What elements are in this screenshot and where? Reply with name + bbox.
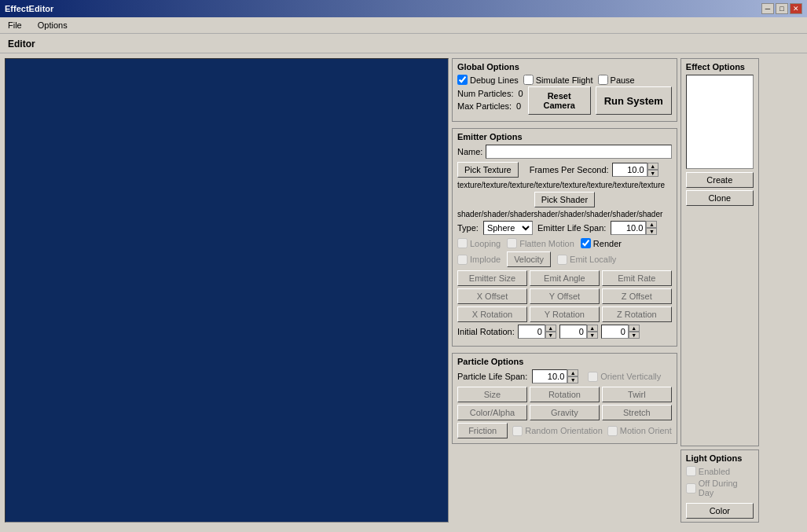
type-select[interactable]: Sphere Box Cylinder Point [483,221,533,235]
fps-up-button[interactable]: ▲ [647,163,658,170]
x-rotation-button[interactable]: X Rotation [457,306,527,322]
init-rot-2-down[interactable]: ▼ [587,332,598,339]
init-rot-3-input[interactable] [601,325,629,339]
emitter-btn-grid-2: X Offset Y Offset Z Offset [457,288,672,304]
menu-options[interactable]: Options [33,19,72,31]
minimize-button[interactable]: ─ [761,3,774,14]
emitter-life-span-down[interactable]: ▼ [646,228,657,235]
simulate-flight-label[interactable]: Simulate Flight [523,75,593,85]
window-title: EffectEditor [5,4,53,13]
particle-life-span-up[interactable]: ▲ [567,369,578,376]
random-orientation-label[interactable]: Random Orientation [512,426,602,436]
init-rot-2-up[interactable]: ▲ [587,325,598,332]
num-particles-label: Num Particles: [457,89,514,98]
effect-options-title: Effect Options [686,62,754,72]
init-rot-2-input[interactable] [559,325,587,339]
emitter-btn-grid-1: Emitter Size Emit Angle Emit Rate [457,270,672,286]
fps-input[interactable] [612,163,647,177]
z-rotation-button[interactable]: Z Rotation [602,306,672,322]
stretch-button[interactable]: Stretch [602,405,672,420]
gravity-button[interactable]: Gravity [530,405,600,420]
pick-texture-button[interactable]: Pick Texture [457,162,519,178]
debug-lines-label[interactable]: Debug Lines [457,75,519,85]
twirl-button[interactable]: Twirl [602,387,672,402]
init-rot-3-up[interactable]: ▲ [629,325,640,332]
debug-lines-checkbox[interactable] [457,75,468,85]
particle-life-span-input[interactable] [532,369,567,383]
z-offset-button[interactable]: Z Offset [602,288,672,304]
velocity-button[interactable]: Velocity [507,251,551,267]
motion-orient-checkbox[interactable] [607,426,618,436]
emit-locally-checkbox[interactable] [557,255,567,265]
particle-life-span-label: Particle Life Span: [457,372,527,381]
emitter-life-span-up[interactable]: ▲ [646,221,657,228]
emitter-life-span-label: Emitter Life Span: [537,223,606,233]
effect-list[interactable] [686,75,754,169]
particle-life-span-spinbox: ▲ ▼ [532,369,578,383]
emit-locally-label[interactable]: Emit Locally [557,255,616,265]
emitter-life-span-spinbox: ▲ ▼ [611,221,657,235]
emit-angle-button[interactable]: Emit Angle [530,270,600,286]
color-button[interactable]: Color [686,503,754,519]
off-during-day-checkbox[interactable] [686,483,696,493]
x-offset-button[interactable]: X Offset [457,288,527,304]
y-rotation-button[interactable]: Y Rotation [530,306,600,322]
friction-button[interactable]: Friction [457,423,508,438]
clone-button[interactable]: Clone [686,190,754,206]
particles-info-row: Num Particles: 0 Max Particles: 0 Reset … [457,86,672,115]
menu-file[interactable]: File [3,19,27,31]
max-particles-value: 0 [516,101,521,111]
run-system-button[interactable]: Run System [596,86,672,115]
render-checkbox[interactable] [581,238,591,248]
particle-life-span-buttons: ▲ ▼ [567,369,578,383]
simulate-flight-checkbox[interactable] [523,75,534,85]
motion-orient-label[interactable]: Motion Orient [607,426,672,436]
init-rot-1-down[interactable]: ▼ [545,332,556,339]
off-during-day-label[interactable]: Off During Day [686,479,754,497]
full-right: Global Options Debug Lines Simulate Flig… [452,58,759,523]
max-particles-label: Max Particles: [457,101,512,111]
editor-header: Editor [0,34,807,53]
particle-life-span-down[interactable]: ▼ [567,376,578,383]
pause-checkbox[interactable] [598,75,608,85]
name-label: Name: [457,147,482,156]
emitter-options-title: Emitter Options [457,132,672,141]
fps-row: Pick Texture Frames Per Second: ▲ ▼ [457,162,672,178]
emitter-size-button[interactable]: Emitter Size [457,270,527,286]
maximize-button[interactable]: □ [776,3,788,14]
render-label[interactable]: Render [581,238,622,248]
implode-label[interactable]: Implode [457,255,501,265]
emitter-life-span-input[interactable] [611,221,646,235]
flatten-motion-checkbox[interactable] [507,238,517,248]
init-rot-3-down[interactable]: ▼ [629,332,640,339]
global-options-section: Global Options Debug Lines Simulate Flig… [452,58,677,122]
particle-lifespan-row: Particle Life Span: ▲ ▼ Orient Verticall… [457,369,672,383]
reset-camera-button[interactable]: Reset Camera [528,86,591,115]
enabled-checkbox[interactable] [686,466,696,476]
create-button[interactable]: Create [686,172,754,188]
init-rot-1-input[interactable] [518,325,545,339]
looping-checkbox[interactable] [457,238,468,248]
random-orientation-checkbox[interactable] [512,426,523,436]
emitter-life-span-spinbox-buttons: ▲ ▼ [646,221,657,235]
rotation-button[interactable]: Rotation [530,387,600,402]
name-input[interactable] [486,145,671,159]
pick-shader-button[interactable]: Pick Shader [534,192,595,207]
particle-btn-grid-1: Size Rotation Twirl [457,387,672,402]
fps-down-button[interactable]: ▼ [647,170,658,177]
enabled-label[interactable]: Enabled [686,466,754,476]
emit-rate-button[interactable]: Emit Rate [602,270,672,286]
particle-btn-grid-2: Color/Alpha Gravity Stretch [457,405,672,420]
orient-vertically-checkbox[interactable] [588,372,598,382]
init-rot-1-up[interactable]: ▲ [545,325,556,332]
implode-checkbox[interactable] [457,255,468,265]
looping-label[interactable]: Looping [457,238,501,248]
close-button[interactable]: ✕ [790,3,802,14]
size-button[interactable]: Size [457,387,527,402]
color-alpha-button[interactable]: Color/Alpha [457,405,527,420]
type-row: Type: Sphere Box Cylinder Point Emitter … [457,221,672,235]
y-offset-button[interactable]: Y Offset [530,288,600,304]
flatten-motion-label[interactable]: Flatten Motion [507,238,574,248]
pause-label[interactable]: Pause [598,75,635,85]
orient-vertically-label[interactable]: Orient Vertically [588,372,661,382]
